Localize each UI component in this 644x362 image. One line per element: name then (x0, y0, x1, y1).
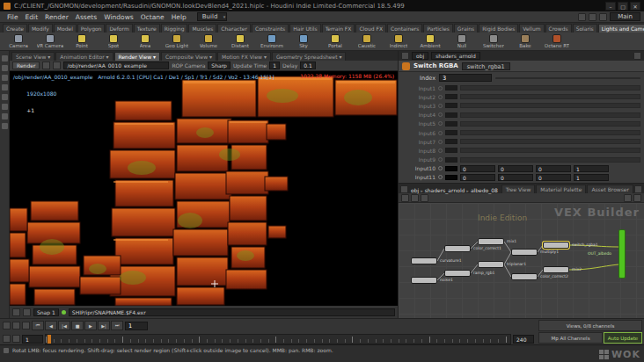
param-toggle[interactable] (438, 157, 443, 162)
back-arrow-icon[interactable] (401, 194, 409, 202)
color-swatch[interactable] (445, 85, 457, 90)
view-tool-icon[interactable] (2, 113, 8, 119)
snapshot-gallery-icon[interactable] (624, 194, 632, 202)
color-ramp-strip[interactable] (460, 148, 640, 153)
menu-item[interactable]: Help (168, 13, 190, 21)
update-time-field[interactable]: 1 (269, 62, 280, 69)
shelf-tool[interactable]: Area (130, 34, 160, 48)
shelf-tab[interactable]: Terrain FX (322, 24, 355, 33)
network-node[interactable]: OUT_albedo (618, 229, 626, 279)
pane-tab[interactable]: Scene View ▾ (11, 52, 55, 61)
pane-tab[interactable]: Animation Editor ▾ (55, 52, 113, 61)
keyframe-options-icon[interactable] (12, 322, 20, 329)
path-crumb[interactable]: albedo_08 (469, 187, 500, 193)
param-toggle[interactable] (438, 104, 443, 108)
rop-camera-label[interactable]: ROP Camera (172, 62, 205, 69)
param-value-field[interactable]: 0 (536, 165, 571, 172)
network-node[interactable]: mix2 (543, 266, 569, 273)
network-canvas[interactable]: VEX Builder Indie Edition curvature1 noi… (399, 203, 644, 318)
pin-icon[interactable] (401, 52, 409, 60)
param-value-field[interactable]: 0 (460, 174, 495, 181)
stop-button[interactable]: ■ (71, 321, 84, 330)
path-crumb[interactable]: shaders_arnold (423, 187, 467, 193)
param-toggle[interactable] (438, 140, 443, 144)
snap-tool-icon[interactable] (2, 104, 8, 110)
network-node[interactable]: color_correct2 (511, 273, 538, 280)
shelf-tab[interactable]: Rigging (161, 24, 188, 33)
network-node[interactable]: triplanar1 (478, 261, 504, 268)
render-canvas[interactable]: /obj/render/AA_0010_example Arnold 6.2.0… (10, 71, 398, 306)
minimize-button[interactable]: – (605, 2, 616, 11)
color-swatch[interactable] (445, 94, 457, 99)
index-slider[interactable] (495, 77, 640, 79)
views-channels-button[interactable]: Views, 0/8 channels (538, 320, 642, 331)
color-swatch[interactable] (445, 166, 457, 171)
shelf-tool[interactable]: Environm (257, 34, 287, 48)
color-ramp-strip[interactable] (460, 121, 640, 127)
network-node[interactable]: switch_rgba1 (543, 242, 569, 249)
render-camera-selector[interactable]: /obj/render/AA_0010_example (63, 62, 169, 69)
param-toggle[interactable] (438, 166, 443, 170)
param-value-field[interactable]: 0 (536, 174, 571, 181)
pane-tab[interactable]: Asset Browser (587, 185, 633, 193)
snapshot-icon[interactable] (12, 308, 20, 316)
color-ramp-strip[interactable] (460, 157, 640, 163)
shelf-tool[interactable]: Sky (289, 34, 318, 48)
shelf-tab[interactable]: Deform (106, 24, 132, 33)
scale-tool-icon[interactable] (2, 84, 8, 90)
color-ramp-strip[interactable] (460, 103, 640, 108)
global-animation-icon[interactable] (3, 335, 11, 343)
network-node[interactable]: multiply1 (511, 249, 538, 256)
param-toggle[interactable] (438, 95, 443, 99)
render-button[interactable]: Render (12, 62, 40, 69)
pane-tab[interactable]: Composite View ▾ (161, 52, 216, 61)
shelf-tab[interactable]: Constraints (252, 24, 289, 33)
index-value-field[interactable]: 3 (439, 74, 492, 82)
select-tool-icon[interactable] (2, 55, 8, 62)
color-swatch[interactable] (445, 157, 457, 163)
step-back-button[interactable]: |◀ (58, 321, 70, 330)
layout-preset-icon[interactable] (578, 13, 586, 21)
network-node[interactable]: color_correct1 (444, 245, 471, 252)
node-name-field[interactable]: switch_rgba1 (462, 62, 510, 70)
color-ramp-strip[interactable] (460, 112, 640, 118)
network-node[interactable]: noise1 (411, 277, 437, 284)
shelf-tab[interactable]: Lights and Cameras (598, 24, 644, 33)
pin-icon[interactable] (634, 185, 642, 193)
rotate-tool-icon[interactable] (2, 75, 8, 81)
shelf-tab[interactable]: Solaris (573, 24, 597, 33)
color-ramp-strip[interactable] (460, 130, 640, 135)
param-value-field[interactable]: 0 (460, 165, 495, 172)
menu-item[interactable]: Octane (137, 13, 168, 21)
context-shader-tab[interactable]: shaders_arnold (431, 52, 480, 60)
home-icon[interactable] (421, 194, 428, 202)
param-value-field[interactable]: 1 (574, 174, 609, 181)
shelf-tab[interactable]: Rigid Bodies (479, 24, 518, 33)
play-reverse-button[interactable]: ◀ (45, 321, 57, 330)
param-value-field[interactable]: 1 (574, 165, 609, 172)
compare-icon[interactable] (23, 308, 31, 316)
shelf-tool[interactable]: Indirect (384, 34, 413, 48)
param-toggle[interactable] (438, 86, 443, 90)
pane-tab[interactable]: Render View ▾ (114, 52, 160, 61)
playhead[interactable] (48, 335, 51, 344)
color-ramp-strip[interactable] (460, 85, 640, 90)
shelf-tool[interactable]: Volume (194, 34, 223, 48)
close-button[interactable]: ✕ (630, 2, 640, 11)
shelf-tool[interactable]: VR Camera (35, 34, 65, 48)
layout-preset-icon[interactable] (599, 13, 607, 21)
pane-tab[interactable]: Tree View (501, 185, 536, 193)
display-options-icon[interactable] (633, 194, 641, 202)
play-button[interactable]: ▶ (84, 321, 97, 330)
auto-key-icon[interactable] (3, 322, 11, 329)
param-toggle[interactable] (438, 148, 443, 153)
layout-preset-icon[interactable] (589, 13, 596, 21)
color-ramp-strip[interactable] (460, 94, 640, 99)
shelf-tab[interactable]: Modify (28, 24, 53, 33)
network-node[interactable]: mix1 (478, 238, 504, 245)
current-frame-field[interactable]: 1 (125, 322, 148, 330)
shelf-tool[interactable]: Caustic (352, 34, 382, 48)
playback-options-icon[interactable] (12, 335, 20, 343)
shelf-tool[interactable]: Null (447, 34, 477, 48)
param-toggle[interactable] (438, 175, 443, 179)
